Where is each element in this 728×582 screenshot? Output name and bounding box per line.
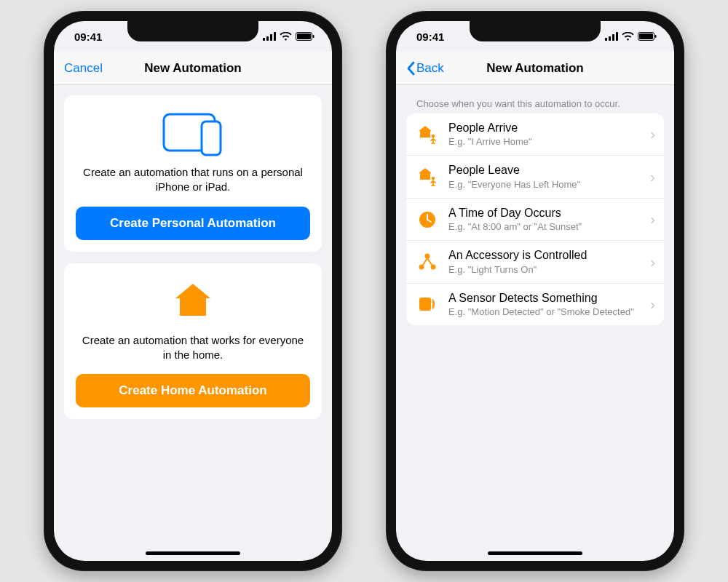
status-indicators	[263, 32, 314, 41]
row-title: A Time of Day Occurs	[448, 206, 640, 220]
accessory-icon	[416, 251, 438, 273]
phone-right: 09:41 Back New Automation Choose when yo…	[386, 11, 684, 571]
row-text: People Arrive E.g. "I Arrive Home"	[448, 121, 640, 148]
section-header: Choose when you want this automation to …	[406, 92, 664, 113]
row-sub: E.g. "I Arrive Home"	[448, 136, 640, 148]
svg-rect-9	[605, 38, 607, 41]
nav-bar: Back New Automation	[396, 52, 674, 85]
chevron-right-icon: ›	[650, 169, 655, 186]
svg-point-19	[425, 254, 430, 259]
row-sub: E.g. "Light Turns On"	[448, 264, 640, 276]
row-sub: E.g. "Everyone Has Left Home"	[448, 179, 640, 191]
screen-right: 09:41 Back New Automation Choose when yo…	[396, 21, 674, 561]
cancel-button[interactable]: Cancel	[64, 61, 103, 76]
back-button[interactable]: Back	[406, 61, 444, 76]
svg-rect-0	[263, 38, 265, 41]
personal-card: Create an automation that runs on a pers…	[64, 95, 322, 252]
row-text: An Accessory is Controlled E.g. "Light T…	[448, 248, 640, 275]
cellular-icon	[605, 32, 618, 41]
svg-point-17	[432, 177, 435, 180]
home-card: Create an automation that works for ever…	[64, 263, 322, 420]
svg-rect-5	[297, 33, 311, 39]
nav-bar: Cancel New Automation	[54, 52, 332, 85]
content-right: Choose when you want this automation to …	[396, 85, 674, 561]
people-arrive-icon	[416, 124, 438, 146]
status-indicators	[605, 32, 657, 41]
nav-title: New Automation	[486, 61, 583, 76]
svg-point-21	[431, 265, 436, 270]
chevron-left-icon	[406, 61, 415, 76]
row-accessory-controlled[interactable]: An Accessory is Controlled E.g. "Light T…	[406, 241, 664, 283]
create-home-label: Create Home Automation	[119, 383, 266, 397]
row-sensor-detects[interactable]: A Sensor Detects Something E.g. "Motion …	[406, 284, 664, 325]
row-sub: E.g. "Motion Detected" or "Smoke Detecte…	[448, 306, 640, 318]
chevron-right-icon: ›	[650, 211, 655, 228]
svg-rect-2	[270, 34, 272, 41]
chevron-right-icon: ›	[650, 254, 655, 271]
row-people-arrive[interactable]: People Arrive E.g. "I Arrive Home" ›	[406, 113, 664, 156]
home-icon	[76, 276, 310, 324]
clock-icon	[416, 209, 438, 231]
row-title: An Accessory is Controlled	[448, 248, 640, 262]
row-text: People Leave E.g. "Everyone Has Left Hom…	[448, 163, 640, 190]
status-time: 09:41	[416, 31, 444, 43]
row-title: People Leave	[448, 163, 640, 177]
notch	[127, 21, 258, 41]
svg-rect-10	[609, 36, 611, 41]
battery-icon	[296, 32, 314, 41]
devices-icon	[76, 108, 310, 156]
sensor-icon	[416, 293, 438, 315]
svg-rect-12	[616, 32, 618, 41]
row-text: A Time of Day Occurs E.g. "At 8:00 am" o…	[448, 206, 640, 233]
screen-left: 09:41 Cancel New Automation C	[54, 21, 332, 561]
row-time-of-day[interactable]: A Time of Day Occurs E.g. "At 8:00 am" o…	[406, 199, 664, 241]
svg-rect-3	[274, 32, 276, 41]
row-title: People Arrive	[448, 121, 640, 135]
cancel-label: Cancel	[64, 61, 103, 76]
home-desc: Create an automation that works for ever…	[80, 333, 306, 363]
battery-icon	[638, 32, 657, 41]
cellular-icon	[263, 32, 276, 41]
row-text: A Sensor Detects Something E.g. "Motion …	[448, 291, 640, 318]
status-time: 09:41	[74, 31, 102, 43]
trigger-list: People Arrive E.g. "I Arrive Home" › Peo…	[406, 113, 664, 325]
svg-rect-1	[266, 36, 269, 41]
svg-rect-22	[419, 298, 431, 311]
nav-title: New Automation	[144, 61, 241, 76]
svg-point-20	[419, 265, 424, 270]
personal-desc: Create an automation that runs on a pers…	[80, 165, 306, 195]
chevron-right-icon: ›	[650, 126, 655, 143]
create-home-button[interactable]: Create Home Automation	[76, 374, 310, 407]
svg-rect-11	[612, 34, 614, 41]
svg-rect-15	[655, 35, 657, 38]
row-people-leave[interactable]: People Leave E.g. "Everyone Has Left Hom…	[406, 156, 664, 198]
svg-rect-8	[202, 121, 221, 155]
content-left: Create an automation that runs on a pers…	[54, 85, 332, 561]
svg-rect-6	[313, 35, 314, 38]
wifi-icon	[280, 32, 292, 41]
create-personal-button[interactable]: Create Personal Automation	[76, 207, 310, 240]
row-sub: E.g. "At 8:00 am" or "At Sunset"	[448, 221, 640, 233]
people-leave-icon	[416, 166, 438, 188]
svg-point-16	[432, 134, 435, 137]
svg-rect-14	[639, 33, 653, 39]
back-label: Back	[416, 61, 444, 76]
create-personal-label: Create Personal Automation	[110, 216, 276, 230]
home-indicator[interactable]	[488, 551, 582, 555]
phone-left: 09:41 Cancel New Automation C	[44, 11, 342, 571]
wifi-icon	[622, 32, 634, 41]
row-title: A Sensor Detects Something	[448, 291, 640, 305]
home-indicator[interactable]	[146, 551, 240, 555]
chevron-right-icon: ›	[650, 296, 655, 313]
notch	[470, 21, 601, 41]
